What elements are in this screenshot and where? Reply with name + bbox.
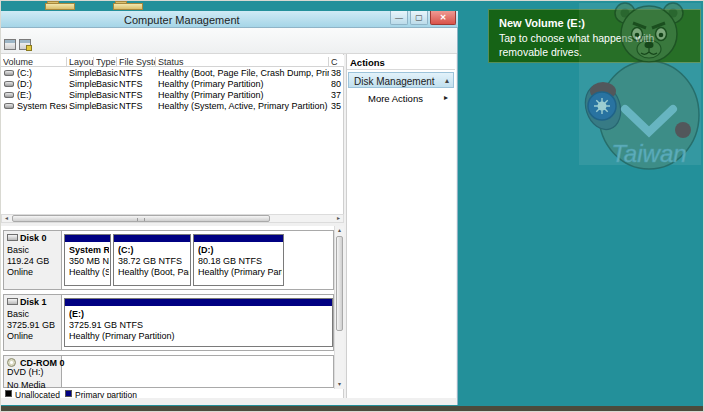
volume-row-c[interactable]: (C:) Simple Basic NTFS Healthy (Boot, Pa…	[1, 67, 344, 78]
volume-icon	[4, 92, 14, 98]
volume-icon	[4, 81, 14, 87]
partition-info: 38.72 GB NTFS	[118, 256, 189, 266]
partition-system-reserved[interactable]: System Re 350 MB NTI Healthy (Sy	[64, 234, 111, 286]
disk-size: 3725.91 GB	[7, 320, 55, 330]
disk1-label-box[interactable]: Disk 1 Basic 3725.91 GB Online	[4, 295, 62, 350]
cell-capacity: 35	[331, 101, 343, 111]
primary-partition-bar	[65, 235, 110, 242]
screenshot-root: Computer Management — ▢ ✕ Volume Layout …	[0, 0, 704, 412]
partition-legend: Unallocated Primary partition	[1, 389, 344, 398]
column-header-layout[interactable]: Layout	[69, 57, 94, 67]
column-header-file-system[interactable]: File System	[119, 57, 156, 67]
disk-size: 119.24 GB	[7, 256, 49, 266]
cell-capacity: 38	[331, 68, 343, 78]
horizontal-scrollbar[interactable]: ◂ ▸	[1, 214, 344, 223]
frame-bottom-edge	[1, 406, 704, 412]
disk-icon	[7, 234, 18, 241]
cell-file-system: NTFS	[119, 90, 143, 100]
disk-kind: DVD (H:)	[7, 367, 44, 377]
cell-layout: Simple	[69, 68, 97, 78]
divider	[347, 69, 455, 70]
window-title: Computer Management	[124, 14, 240, 26]
column-header-volume[interactable]: Volume	[3, 57, 67, 67]
scroll-down-icon[interactable]: ▾	[335, 381, 344, 388]
primary-partition-swatch	[65, 390, 72, 397]
primary-partition-bar	[114, 235, 190, 242]
more-actions-item[interactable]: More Actions ▸	[348, 91, 454, 105]
volume-row-system-reserved[interactable]: System Reserved Simple Basic NTFS Health…	[1, 100, 344, 111]
console-tree-icon[interactable]	[4, 39, 16, 50]
cell-capacity: 37	[331, 90, 343, 100]
cell-layout: Simple	[69, 79, 97, 89]
close-button[interactable]: ✕	[430, 11, 456, 25]
column-header-type[interactable]: Type	[96, 57, 117, 67]
minimize-button[interactable]: —	[390, 11, 408, 25]
volume-icon	[4, 103, 14, 109]
scrollbar-thumb[interactable]	[336, 236, 343, 331]
toast-body: removable drives.	[499, 46, 582, 58]
cdrom-label-box[interactable]: CD-ROM 0 DVD (H:) No Media	[4, 356, 62, 387]
partition-info: 350 MB NTI	[69, 256, 109, 266]
toast-notification[interactable]: New Volume (E:) Tap to choose what happe…	[488, 9, 701, 63]
chevron-right-icon: ▸	[444, 93, 448, 102]
action-group-label: Disk Management	[354, 76, 435, 87]
column-header-status[interactable]: Status	[158, 57, 329, 67]
partition-c[interactable]: (C:) 38.72 GB NTFS Healthy (Boot, Page F…	[113, 234, 191, 286]
volume-row-e[interactable]: (E:) Simple Basic NTFS Healthy (Primary …	[1, 89, 344, 100]
partition-name: (E:)	[69, 309, 331, 319]
cell-type: Basic	[96, 90, 118, 100]
cell-status: Healthy (Boot, Page File, Crash Dump, Pr…	[158, 68, 329, 78]
volume-icon	[4, 70, 14, 76]
disk1-row: Disk 1 Basic 3725.91 GB Online (E:) 3725…	[3, 294, 334, 351]
scroll-left-icon[interactable]: ◂	[2, 215, 11, 222]
primary-partition-bar	[65, 299, 332, 306]
partition-status: Healthy (Primary Partitior	[198, 267, 282, 277]
cdrom-row: CD-ROM 0 DVD (H:) No Media	[3, 355, 334, 388]
maximize-icon: ▢	[415, 13, 423, 22]
scrollbar-thumb[interactable]	[12, 215, 270, 222]
cd-rom-icon	[7, 358, 16, 367]
partition-name: System Re	[69, 245, 109, 255]
cell-volume: System Reserved	[17, 101, 67, 111]
vertical-scrollbar[interactable]: ▴ ▾	[334, 226, 344, 389]
partition-e[interactable]: (E:) 3725.91 GB NTFS Healthy (Primary Pa…	[64, 298, 333, 347]
partition-status: Healthy (Boot, Page Fil	[118, 267, 189, 277]
disk-kind: Basic	[7, 245, 29, 255]
toast-title: New Volume (E:)	[499, 17, 585, 29]
console-properties-icon[interactable]	[19, 39, 31, 50]
actions-panel	[346, 54, 456, 398]
disk-name: Disk 0	[20, 233, 47, 243]
cell-status: Healthy (System, Active, Primary Partiti…	[158, 101, 329, 111]
partition-info: 80.18 GB NTFS	[198, 256, 282, 266]
volume-row-d[interactable]: (D:) Simple Basic NTFS Healthy (Primary …	[1, 78, 344, 89]
cell-volume: (E:)	[17, 90, 67, 100]
disk-name: Disk 1	[20, 297, 47, 307]
column-header-capacity[interactable]: C	[331, 57, 343, 67]
cell-volume: (D:)	[17, 79, 67, 89]
partition-name: (C:)	[118, 245, 189, 255]
disk-icon	[7, 298, 18, 305]
volume-list-header: Volume Layout Type File System Status C	[1, 55, 344, 67]
maximize-button[interactable]: ▢	[410, 11, 428, 25]
disk0-label-box[interactable]: Disk 0 Basic 119.24 GB Online	[4, 231, 62, 289]
cell-capacity: 80	[331, 79, 343, 89]
folder-icon[interactable]	[45, 1, 77, 10]
minimize-icon: —	[395, 13, 403, 22]
cell-status: Healthy (Primary Partition)	[158, 79, 329, 89]
partition-info: 3725.91 GB NTFS	[69, 320, 331, 330]
folder-icon[interactable]	[113, 1, 145, 10]
scroll-up-icon[interactable]: ▴	[335, 227, 344, 234]
cell-volume: (C:)	[17, 68, 67, 78]
cell-type: Basic	[96, 68, 118, 78]
cell-layout: Simple	[69, 101, 97, 111]
chevron-up-icon[interactable]: ▴	[445, 76, 449, 85]
cell-status: Healthy (Primary Partition)	[158, 90, 329, 100]
cell-file-system: NTFS	[119, 101, 143, 111]
cell-layout: Simple	[69, 90, 97, 100]
close-icon: ✕	[440, 13, 447, 22]
disk-management-action-group[interactable]: Disk Management ▴	[348, 72, 454, 88]
partition-d[interactable]: (D:) 80.18 GB NTFS Healthy (Primary Part…	[193, 234, 284, 286]
scroll-right-icon[interactable]: ▸	[334, 215, 343, 222]
primary-partition-bar	[194, 235, 283, 242]
disk-kind: Basic	[7, 309, 29, 319]
